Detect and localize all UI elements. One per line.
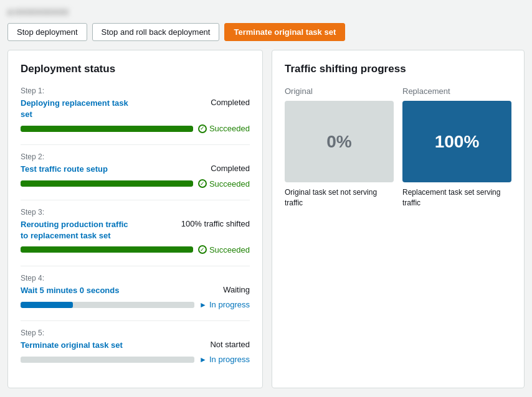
step-label-3: Step 3: <box>21 208 250 217</box>
original-label: Original <box>285 86 394 96</box>
check-icon-1 <box>198 124 207 133</box>
badge-text-2: Succeeded <box>209 179 250 189</box>
step-row-4: Wait 5 minutes 0 secondsWaiting <box>21 285 250 296</box>
original-description: Original task set not serving traffic <box>285 187 394 208</box>
replacement-description: Replacement task set serving traffic <box>402 187 511 208</box>
traffic-grid: Original 0% Original task set not servin… <box>285 86 511 208</box>
original-traffic-col: Original 0% Original task set not servin… <box>285 86 394 208</box>
step-status-text-3: 100% traffic shifted <box>181 219 250 228</box>
step-block-2: Step 2:Test traffic route setupCompleted… <box>21 144 250 188</box>
toolbar: Stop deployment Stop and roll back deplo… <box>7 23 525 41</box>
step-badge-3: Succeeded <box>198 245 250 255</box>
progress-fill-2 <box>21 180 193 187</box>
progress-row-5: ►In progress <box>21 355 250 364</box>
step-block-1: Step 1:Deploying replacement task setCom… <box>21 86 250 133</box>
progress-track-5 <box>21 357 194 363</box>
main-grid: Deployment status Step 1:Deploying repla… <box>7 50 525 388</box>
step-name-2: Test traffic route setup <box>21 164 108 175</box>
replacement-traffic-box: 100% <box>402 101 511 182</box>
step-row-1: Deploying replacement task setCompleted <box>21 98 250 120</box>
badge-text-1: Succeeded <box>209 124 250 133</box>
stop-deployment-button[interactable]: Stop deployment <box>7 23 87 41</box>
progress-row-3: Succeeded <box>21 245 250 255</box>
badge-text-3: Succeeded <box>209 245 250 255</box>
stop-rollback-button[interactable]: Stop and roll back deployment <box>92 23 220 41</box>
step-label-4: Step 4: <box>21 274 250 283</box>
step-status-text-5: Not started <box>210 340 250 349</box>
step-status-text-4: Waiting <box>223 285 250 294</box>
step-block-4: Step 4:Wait 5 minutes 0 secondsWaiting►I… <box>21 266 250 309</box>
arrow-icon-5: ► <box>199 355 207 364</box>
step-label-1: Step 1: <box>21 86 250 95</box>
step-row-5: Terminate original task setNot started <box>21 340 250 351</box>
traffic-shifting-card: Traffic shifting progress Original 0% Or… <box>272 50 525 388</box>
terminate-button[interactable]: Terminate original task set <box>224 23 345 41</box>
step-label-5: Step 5: <box>21 329 250 337</box>
step-badge-4: ►In progress <box>199 300 250 309</box>
step-name-3: Rerouting production traffic to replacem… <box>21 219 133 241</box>
deployment-status-title: Deployment status <box>21 63 250 75</box>
step-name-1: Deploying replacement task set <box>21 98 133 120</box>
check-icon-3 <box>198 245 207 254</box>
progress-row-4: ►In progress <box>21 300 250 309</box>
badge-text-5: In progress <box>209 355 250 364</box>
replacement-percent: 100% <box>402 101 511 182</box>
deployment-status-card: Deployment status Step 1:Deploying repla… <box>7 50 263 388</box>
badge-text-4: In progress <box>209 300 250 309</box>
progress-track-3 <box>21 246 193 253</box>
step-badge-1: Succeeded <box>198 124 250 133</box>
step-row-3: Rerouting production traffic to replacem… <box>21 219 250 241</box>
progress-track-4 <box>21 302 194 308</box>
step-block-3: Step 3:Rerouting production traffic to r… <box>21 200 250 255</box>
steps-container: Step 1:Deploying replacement task setCom… <box>21 86 250 364</box>
step-label-2: Step 2: <box>21 152 250 161</box>
progress-row-1: Succeeded <box>21 124 250 133</box>
replacement-label: Replacement <box>402 86 511 96</box>
page-id: d-XXXXXXXXXX <box>7 7 69 17</box>
step-row-2: Test traffic route setupCompleted <box>21 164 250 175</box>
traffic-shifting-title: Traffic shifting progress <box>285 63 511 75</box>
replacement-traffic-col: Replacement 100% Replacement task set se… <box>402 86 511 208</box>
progress-fill-3 <box>21 246 193 253</box>
original-traffic-box: 0% <box>285 101 394 182</box>
step-badge-5: ►In progress <box>199 355 250 364</box>
step-name-4: Wait 5 minutes 0 seconds <box>21 285 119 296</box>
step-status-text-2: Completed <box>211 164 250 173</box>
step-block-5: Step 5:Terminate original task setNot st… <box>21 320 250 364</box>
original-percent: 0% <box>285 101 394 182</box>
progress-track-1 <box>21 126 193 132</box>
progress-fill-1 <box>21 126 193 132</box>
step-name-5: Terminate original task set <box>21 340 123 351</box>
check-icon-2 <box>198 179 207 188</box>
arrow-icon-4: ► <box>199 301 207 309</box>
progress-fill-4 <box>21 302 73 308</box>
step-badge-2: Succeeded <box>198 179 250 189</box>
progress-row-2: Succeeded <box>21 179 250 189</box>
progress-track-2 <box>21 180 193 187</box>
step-status-text-1: Completed <box>211 98 250 107</box>
